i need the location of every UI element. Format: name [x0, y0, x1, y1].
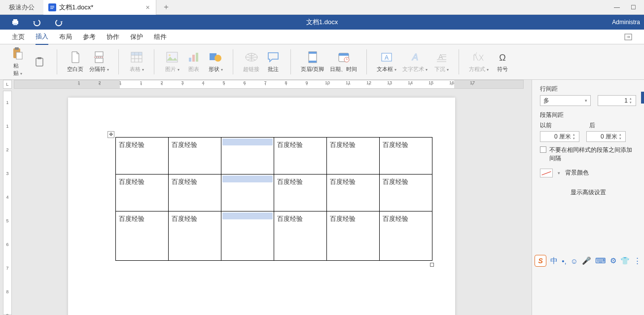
table-cell[interactable]: [221, 138, 274, 175]
svg-rect-4: [13, 19, 17, 21]
picture-button[interactable]: 图片 ▾: [161, 49, 183, 75]
table-cell[interactable]: 百度经验: [274, 175, 327, 211]
ime-punct[interactable]: •,: [562, 257, 566, 265]
sogou-icon[interactable]: S: [535, 255, 546, 267]
close-tab-icon[interactable]: ×: [143, 3, 151, 11]
paste-button[interactable]: 粘贴 ▾: [7, 45, 29, 79]
textbox-button[interactable]: A 文本框 ▾: [374, 49, 399, 75]
ime-emoji-icon[interactable]: ☺: [571, 257, 578, 265]
undo-icon[interactable]: [33, 18, 41, 27]
page[interactable]: ✥ 百度经验百度经验百度经验百度经验百度经验百度经验百度经验百度经验百度经验百度…: [68, 98, 455, 315]
horizontal-ruler[interactable]: 1211234567891011121314151617: [14, 80, 524, 89]
space-before-input[interactable]: 0 厘米▴▾: [540, 131, 579, 142]
table-cell[interactable]: 百度经验: [380, 211, 432, 261]
print-icon[interactable]: [11, 18, 20, 27]
ime-lang[interactable]: 中: [550, 256, 558, 266]
blank-page-button[interactable]: 空白页: [64, 49, 86, 75]
table-cell[interactable]: 百度经验: [169, 138, 221, 175]
linespacing-value-input[interactable]: 1 ▴▾: [598, 95, 636, 106]
space-after-input[interactable]: 0 厘米▴▾: [586, 131, 626, 142]
window-title: 文档1.docx: [306, 18, 338, 27]
symbol-button[interactable]: Ω 符号: [492, 49, 513, 75]
app-name: 极速办公: [0, 3, 43, 12]
document-tab[interactable]: 文档1.docx* ×: [43, 0, 156, 15]
table-cell[interactable]: 百度经验: [327, 211, 380, 261]
tab-addin[interactable]: 组件: [154, 30, 167, 44]
tab-collab[interactable]: 协作: [107, 30, 119, 44]
table-cell[interactable]: 百度经验: [380, 175, 432, 211]
no-space-label: 不要在相同样式的段落之间添加间隔: [549, 146, 636, 163]
table-cell[interactable]: 百度经验: [327, 138, 380, 175]
table-cell[interactable]: 百度经验: [169, 175, 221, 211]
doc-icon: [48, 3, 56, 11]
ribbon-tabs: 主页 插入 布局 参考 协作 保护 组件: [0, 30, 644, 44]
svg-text:A: A: [412, 52, 418, 62]
table-cell[interactable]: 百度经验: [380, 138, 432, 175]
table-cell[interactable]: 百度经验: [116, 211, 169, 261]
table-cell[interactable]: 百度经验: [169, 211, 221, 261]
document-table[interactable]: 百度经验百度经验百度经验百度经验百度经验百度经验百度经验百度经验百度经验百度经验…: [115, 137, 432, 261]
ime-more-icon[interactable]: ⋮: [634, 256, 641, 265]
collapse-ribbon-icon[interactable]: [624, 34, 632, 40]
tab-insert[interactable]: 插入: [36, 29, 48, 45]
svg-rect-12: [95, 52, 103, 56]
tab-home[interactable]: 主页: [12, 30, 25, 44]
equation-button[interactable]: √ 方程式 ▾: [466, 49, 492, 75]
wordart-button[interactable]: A 文字艺术 ▾: [399, 49, 430, 75]
svg-rect-0: [50, 6, 54, 6]
ruler-corner[interactable]: L: [3, 80, 12, 89]
datetime-button[interactable]: 日期、时间: [327, 49, 360, 75]
dropcap-button[interactable]: A 下沉 ▾: [430, 49, 452, 75]
chart-button[interactable]: 图表: [183, 49, 205, 75]
svg-text:√: √: [474, 52, 477, 57]
svg-rect-25: [309, 52, 317, 54]
svg-rect-8: [15, 47, 19, 50]
clipboard-button[interactable]: [29, 54, 50, 70]
maximize-icon[interactable]: ☐: [631, 4, 636, 11]
tab-reference[interactable]: 参考: [83, 30, 96, 44]
title-bar: 文档1.docx Administra: [0, 15, 644, 30]
linespacing-label: 行间距: [540, 85, 636, 93]
tab-layout[interactable]: 布局: [59, 30, 72, 44]
break-button[interactable]: 分隔符 ▾: [86, 49, 112, 75]
paragraph-panel: 行间距 多▾ 1 ▴▾ 段落间距 以前 后 0 厘米▴▾ 0 厘米▴▾: [532, 80, 644, 315]
table-cell[interactable]: 百度经验: [274, 138, 327, 175]
table-cell[interactable]: [221, 175, 274, 211]
svg-rect-9: [16, 52, 22, 59]
table-resize-handle[interactable]: [430, 263, 434, 267]
user-label: Administra: [612, 19, 644, 26]
linespacing-mode-select[interactable]: 多▾: [540, 95, 591, 106]
table-cell[interactable]: 百度经验: [116, 138, 169, 175]
advanced-settings-link[interactable]: 显示高级设置: [540, 188, 636, 197]
table-cell[interactable]: 百度经验: [327, 175, 380, 211]
svg-point-17: [169, 54, 171, 56]
svg-rect-5: [13, 23, 17, 25]
ime-keyboard-icon[interactable]: ⌨: [595, 256, 606, 265]
table-cell[interactable]: 百度经验: [116, 175, 169, 211]
ime-toolbar: S 中 •, ☺ 🎤 ⌨ ⚙ 👕 ⋮: [535, 255, 641, 267]
svg-rect-13: [95, 58, 103, 63]
table-move-handle[interactable]: ✥: [107, 131, 114, 138]
bgcolor-swatch[interactable]: [540, 169, 553, 177]
page-scroll[interactable]: ✥ 百度经验百度经验百度经验百度经验百度经验百度经验百度经验百度经验百度经验百度…: [14, 91, 524, 315]
comment-button[interactable]: 批注: [262, 49, 284, 75]
editor-area: L 1211234567891011121314151617 112345678…: [0, 80, 532, 315]
header-footer-button[interactable]: 页眉/页脚: [298, 49, 327, 75]
paraspacing-label: 段落间距: [540, 111, 636, 119]
svg-rect-19: [192, 55, 195, 62]
table-cell[interactable]: [221, 211, 274, 261]
bgcolor-label: 背景颜色: [565, 169, 589, 177]
vertical-ruler[interactable]: 1123456789: [3, 91, 12, 315]
minimize-icon[interactable]: —: [614, 4, 620, 11]
tab-protect[interactable]: 保护: [130, 30, 143, 44]
redo-icon[interactable]: [54, 18, 63, 27]
shape-button[interactable]: 形状 ▾: [205, 49, 226, 75]
ime-settings-icon[interactable]: ⚙: [610, 256, 616, 265]
hyperlink-button[interactable]: 超链接: [240, 49, 262, 75]
ime-skin-icon[interactable]: 👕: [620, 256, 630, 265]
new-tab-button[interactable]: ＋: [156, 2, 176, 12]
ime-mic-icon[interactable]: 🎤: [582, 256, 591, 265]
no-space-checkbox[interactable]: [540, 146, 546, 153]
table-cell[interactable]: 百度经验: [274, 211, 327, 261]
table-button[interactable]: 表格 ▾: [126, 49, 147, 75]
